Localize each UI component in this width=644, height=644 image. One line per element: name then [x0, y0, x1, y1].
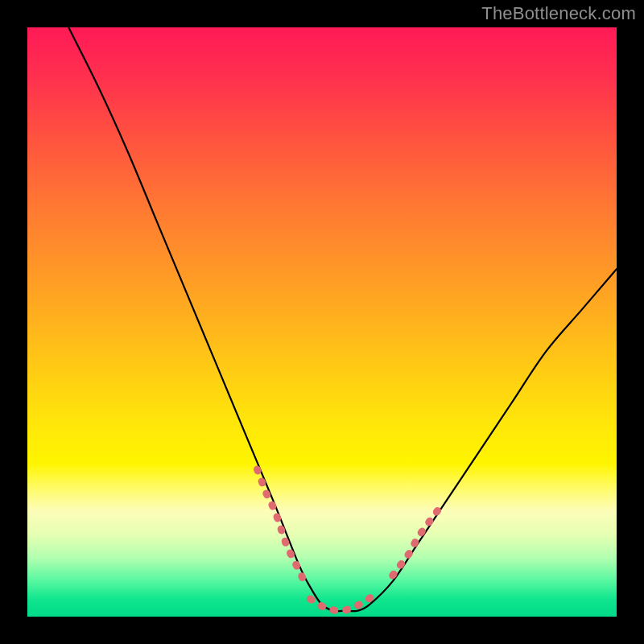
watermark-text: TheBottleneck.com [481, 3, 636, 24]
bottleneck-curve-path [68, 27, 617, 611]
outer-frame: TheBottleneck.com [0, 0, 644, 644]
marker-band-left-path [258, 469, 305, 581]
curve-layer [68, 27, 617, 611]
chart-plot-area [27, 27, 617, 617]
marker-band-right-path [393, 508, 440, 576]
chart-svg [27, 27, 617, 617]
